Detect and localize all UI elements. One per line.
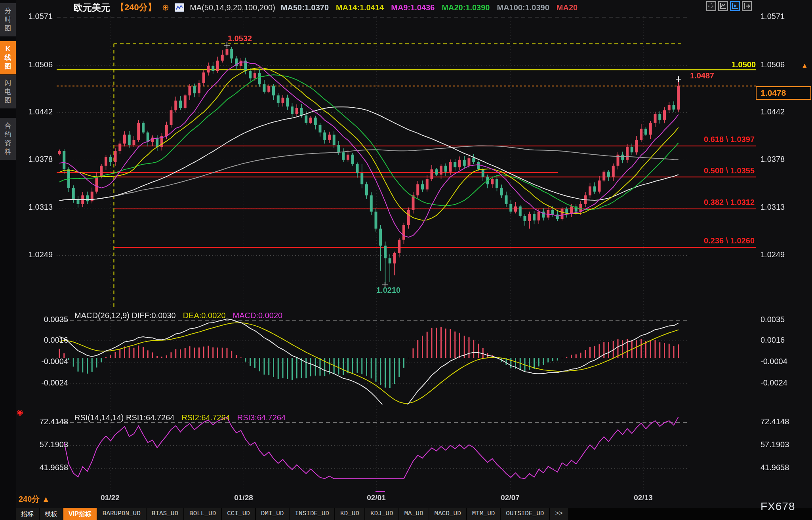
ma-settings-label: MA(50,14,9,20,100,200) (190, 3, 275, 12)
macd-tick: 0.0035 (44, 315, 68, 324)
watermark: FX678 (761, 500, 795, 513)
rsi-tick: 72.4148 (40, 417, 68, 426)
trading-app: 分时图 K线图 闪电图 合约资料 欧元美元 【240分】 ⊕ MA(50,14,… (0, 0, 812, 520)
date-tick: 01/22 (92, 493, 128, 502)
up-triangle-icon: ▲ (42, 495, 50, 503)
pan-icon[interactable] (706, 1, 716, 11)
rsi-tick: 72.4148 (761, 417, 789, 426)
rsi-tick: 57.1903 (761, 440, 789, 449)
date-highlight-mark (376, 491, 385, 492)
indicator-tab[interactable]: KDJ_UD (365, 508, 398, 520)
rsi-header-item: RSI2:64.7264 (181, 413, 230, 422)
rsi-header-item: RSI(14,14,14) RSI1:64.7264 (74, 413, 174, 422)
sidebar: 分时图 K线图 闪电图 合约资料 (0, 0, 16, 520)
indicator-tab[interactable]: 模板 (40, 508, 63, 520)
price-tick: 1.0506 (29, 60, 53, 69)
date-tick: 01/28 (226, 493, 261, 502)
price-tick: 1.0571 (29, 12, 53, 21)
macd-tick: -0.0004 (761, 357, 787, 366)
scroll-latest-arrow-icon[interactable]: ▲ (801, 62, 808, 70)
sidebar-item[interactable]: 分时图 (0, 3, 16, 36)
price-tick: 1.0571 (761, 12, 785, 21)
ma-legend-item: MA50:1.0370 (281, 3, 329, 12)
price-tick: 1.0249 (761, 250, 785, 259)
indicator-tab[interactable]: KD_UD (335, 508, 364, 520)
fib-label: 0.382 \ 1.0312 (704, 198, 755, 207)
price-annotation: 1.0532 (228, 34, 252, 43)
rsi-tick: 41.9658 (40, 463, 68, 472)
symbol-title: 欧元美元 (74, 2, 110, 14)
price-tick: 1.0378 (761, 155, 785, 164)
ma-legend-item: MA100:1.0390 (497, 3, 549, 12)
price-tick: 1.0378 (29, 155, 53, 164)
price-tick: 1.0313 (29, 203, 53, 212)
current-price-box: 1.0478 (756, 86, 811, 100)
sidebar-item[interactable]: K线图 (0, 41, 16, 74)
indicator-tab[interactable]: CCI_UD (222, 508, 255, 520)
macd-header-item: MACD(26,12,9) DIFF:0.0030 (74, 311, 176, 320)
resistance-price-label: 1.0500 (732, 60, 756, 69)
indicator-tab[interactable]: VIP指标 (63, 508, 97, 520)
alert-icon[interactable]: ◉ (17, 408, 23, 417)
title-bar: 欧元美元 【240分】 ⊕ MA(50,14,9,20,100,200) MA5… (74, 2, 578, 13)
macd-header: MACD(26,12,9) DIFF:0.0030DEA:0.0020MACD:… (74, 311, 282, 320)
date-tick: 02/07 (492, 493, 528, 502)
axes-play-icon[interactable] (730, 1, 740, 11)
indicator-tab[interactable]: DMI_UD (256, 508, 289, 520)
rsi-header-item: RSI3:64.7264 (237, 413, 286, 422)
macd-tick: 0.0035 (761, 315, 785, 324)
macd-tick: 0.0016 (44, 336, 68, 345)
chart-window-controls (706, 1, 752, 11)
ma-legend-item: MA20:1.0390 (442, 3, 490, 12)
fib-label: 0.618 \ 1.0397 (704, 135, 755, 144)
ma-legend-item: MA20 (557, 3, 578, 12)
axes-chart-icon[interactable] (718, 1, 728, 11)
rsi-header: RSI(14,14,14) RSI1:64.7264RSI2:64.7264RS… (74, 413, 286, 422)
rsi-tick: 41.9658 (761, 463, 789, 472)
sidebar-item[interactable]: 闪电图 (0, 75, 16, 108)
ma-legend: MA50:1.0370MA14:1.0414MA9:1.0436MA20:1.0… (281, 3, 578, 12)
macd-tick: -0.0004 (41, 357, 68, 366)
price-tick: 1.0506 (761, 60, 785, 69)
indicator-tab-bar: 指标模板VIP指标BARUPDN_UDBIAS_UDBOLL_UDCCI_UDD… (16, 508, 812, 520)
date-tick: 02/01 (358, 493, 394, 502)
price-tick: 1.0442 (29, 107, 53, 116)
price-tick: 1.0442 (761, 107, 785, 116)
macd-header-item: MACD:0.0020 (233, 311, 283, 320)
indicator-tab[interactable]: MA_UD (399, 508, 429, 520)
sidebar-item[interactable]: 合约资料 (0, 118, 16, 160)
price-tick: 1.0313 (761, 203, 785, 212)
ma-legend-item: MA9:1.0436 (391, 3, 435, 12)
indicator-tab[interactable]: MACD_UD (429, 508, 466, 520)
fib-label: 0.236 \ 1.0260 (704, 236, 755, 245)
interval-label: 【240分】 (116, 2, 156, 13)
price-annotation: 1.0487 (690, 71, 714, 80)
indicator-tab[interactable]: 指标 (16, 508, 39, 520)
indicator-tab[interactable]: >> (550, 508, 568, 520)
macd-tick: 0.0016 (761, 336, 785, 345)
rsi-tick: 57.1903 (40, 440, 68, 449)
indicator-tab[interactable]: INSIDE_UD (290, 508, 334, 520)
indicator-tab[interactable]: BARUPDN_UD (97, 508, 146, 520)
macd-header-item: DEA:0.0020 (183, 311, 226, 320)
indicator-tab[interactable]: BOLL_UD (184, 508, 221, 520)
indicator-tab[interactable]: OUTSIDE_UD (501, 508, 549, 520)
macd-tick: -0.0024 (41, 378, 68, 387)
footer-interval-label[interactable]: 240分 ▲ (19, 494, 50, 505)
date-tick: 02/13 (625, 493, 661, 502)
indicator-tab[interactable]: BIAS_UD (147, 508, 183, 520)
fib-label: 0.500 \ 1.0355 (704, 166, 755, 175)
price-annotation: 1.0210 (376, 286, 400, 295)
chart-type-icon[interactable] (175, 3, 184, 12)
indicator-tab[interactable]: MTM_UD (467, 508, 500, 520)
add-indicator-icon[interactable]: ⊕ (162, 2, 169, 13)
price-tick: 1.0249 (29, 250, 53, 259)
macd-tick: -0.0024 (761, 378, 787, 387)
ma-legend-item: MA14:1.0414 (336, 3, 384, 12)
exit-right-icon[interactable] (742, 1, 752, 11)
